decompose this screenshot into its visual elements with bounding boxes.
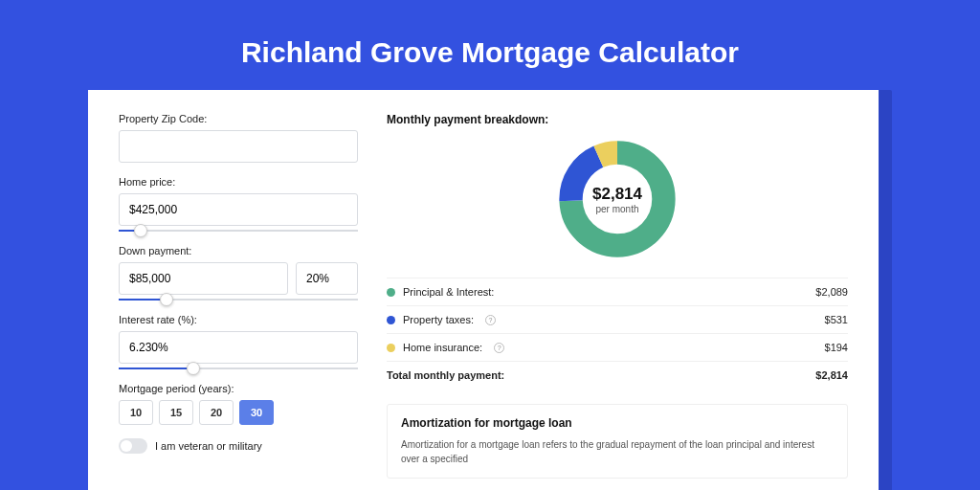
donut-amount: $2,814 [592, 185, 642, 204]
calculator-card: Property Zip Code: Home price: Down paym… [88, 90, 879, 490]
legend-label: Property taxes: [403, 314, 474, 325]
legend-value: $2,089 [815, 286, 848, 298]
period-field: Mortgage period (years): 10 15 20 30 [119, 383, 358, 425]
breakdown-panel: Monthly payment breakdown: $2,814 per mo… [387, 113, 848, 479]
period-btn-30[interactable]: 30 [239, 400, 274, 425]
amortization-title: Amortization for mortgage loan [401, 416, 834, 430]
slider-thumb[interactable] [134, 224, 147, 237]
slider-thumb[interactable] [187, 362, 200, 375]
down-payment-field: Down payment: [119, 245, 358, 301]
period-buttons: 10 15 20 30 [119, 400, 358, 425]
down-payment-label: Down payment: [119, 245, 358, 256]
veteran-toggle[interactable] [119, 438, 147, 454]
home-price-input[interactable] [119, 193, 358, 226]
period-label: Mortgage period (years): [119, 383, 358, 394]
veteran-row: I am veteran or military [119, 438, 358, 454]
legend-value: $531 [825, 314, 848, 325]
rate-label: Interest rate (%): [119, 314, 358, 325]
info-icon[interactable]: ? [494, 343, 504, 353]
home-price-slider[interactable] [119, 230, 358, 232]
rate-field: Interest rate (%): [119, 314, 358, 369]
down-payment-input[interactable] [119, 262, 288, 295]
donut-center: $2,814 per month [556, 138, 679, 260]
dot-icon [387, 344, 395, 352]
breakdown-title: Monthly payment breakdown: [387, 113, 848, 126]
total-value: $2,814 [815, 369, 848, 381]
veteran-label: I am veteran or military [155, 440, 262, 452]
donut-chart: $2,814 per month [556, 138, 679, 260]
rate-slider[interactable] [119, 368, 358, 369]
legend-insurance: Home insurance: ? $194 [387, 333, 848, 361]
period-btn-10[interactable]: 10 [119, 400, 153, 425]
home-price-field: Home price: [119, 176, 358, 232]
down-payment-pct-input[interactable] [296, 262, 358, 295]
info-icon[interactable]: ? [485, 315, 496, 325]
period-btn-20[interactable]: 20 [199, 400, 234, 425]
dot-icon [387, 316, 395, 324]
legend-taxes: Property taxes: ? $531 [387, 305, 848, 333]
legend-value: $194 [825, 342, 848, 353]
zip-input[interactable] [119, 130, 358, 163]
donut-wrap: $2,814 per month [387, 138, 848, 260]
form-panel: Property Zip Code: Home price: Down paym… [119, 113, 358, 479]
legend-total: Total monthly payment: $2,814 [387, 361, 848, 389]
dot-icon [387, 288, 395, 297]
amortization-card: Amortization for mortgage loan Amortizat… [387, 404, 848, 479]
zip-label: Property Zip Code: [119, 113, 358, 124]
zip-field: Property Zip Code: [119, 113, 358, 163]
period-btn-15[interactable]: 15 [159, 400, 193, 425]
amortization-text: Amortization for a mortgage loan refers … [401, 437, 834, 466]
down-payment-slider[interactable] [119, 299, 358, 301]
rate-input[interactable] [119, 331, 358, 364]
donut-sub: per month [595, 204, 638, 214]
legend-label: Principal & Interest: [403, 286, 494, 298]
card-shadow: Property Zip Code: Home price: Down paym… [88, 90, 892, 490]
slider-thumb[interactable] [160, 293, 173, 306]
hero: Richland Grove Mortgage Calculator [0, 0, 980, 90]
legend-principal: Principal & Interest: $2,089 [387, 278, 848, 305]
home-price-label: Home price: [119, 176, 358, 188]
page-title: Richland Grove Mortgage Calculator [0, 36, 980, 69]
total-label: Total monthly payment: [387, 369, 504, 381]
legend-label: Home insurance: [403, 342, 482, 353]
